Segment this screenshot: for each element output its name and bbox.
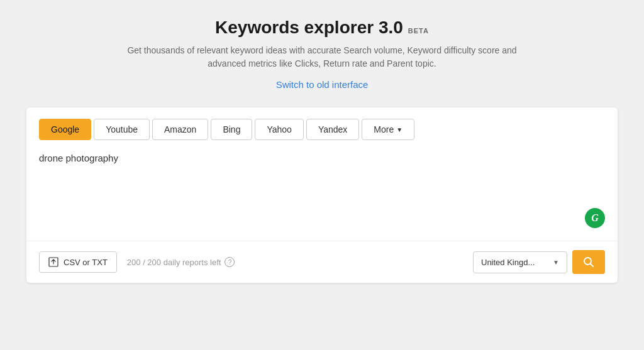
tab-youtube[interactable]: Youtube: [94, 119, 150, 140]
country-label: United Kingd...: [481, 258, 535, 267]
bottom-row: CSV or TXT 200 / 200 daily reports left …: [26, 241, 618, 283]
search-button[interactable]: [572, 250, 605, 274]
page-title: Keywords explorer 3.0: [215, 18, 403, 38]
chevron-down-icon: ▼: [396, 126, 402, 133]
upload-label: CSV or TXT: [64, 258, 108, 267]
search-icon: [583, 256, 594, 268]
tab-amazon[interactable]: Amazon: [152, 119, 208, 140]
subtitle: Get thousands of relevant keyword ideas …: [127, 44, 517, 70]
bottom-right: United Kingd... ▼: [473, 250, 605, 274]
search-area: drone photography G: [26, 140, 618, 241]
chevron-down-icon: ▼: [553, 259, 559, 266]
bottom-left: CSV or TXT 200 / 200 daily reports left …: [39, 251, 235, 273]
beta-badge: BETA: [408, 27, 429, 35]
tab-yandex[interactable]: Yandex: [306, 119, 359, 140]
main-card: Google Youtube Amazon Bing Yahoo Yandex …: [26, 107, 618, 283]
tab-google[interactable]: Google: [39, 119, 91, 140]
title-container: Keywords explorer 3.0 BETA: [215, 18, 429, 38]
grammarly-icon: G: [585, 208, 605, 228]
daily-reports: 200 / 200 daily reports left ?: [127, 257, 235, 267]
keyword-input[interactable]: drone photography: [39, 153, 605, 216]
tab-bing[interactable]: Bing: [211, 119, 252, 140]
tab-yahoo[interactable]: Yahoo: [255, 119, 303, 140]
help-icon[interactable]: ?: [225, 257, 235, 267]
upload-icon: [48, 257, 58, 267]
tab-more[interactable]: More ▼: [362, 119, 414, 140]
switch-interface-link[interactable]: Switch to old interface: [276, 79, 369, 90]
tabs-row: Google Youtube Amazon Bing Yahoo Yandex …: [26, 107, 618, 140]
header-section: Keywords explorer 3.0 BETA Get thousands…: [0, 0, 644, 102]
upload-button[interactable]: CSV or TXT: [39, 251, 117, 273]
country-selector[interactable]: United Kingd... ▼: [473, 251, 567, 273]
